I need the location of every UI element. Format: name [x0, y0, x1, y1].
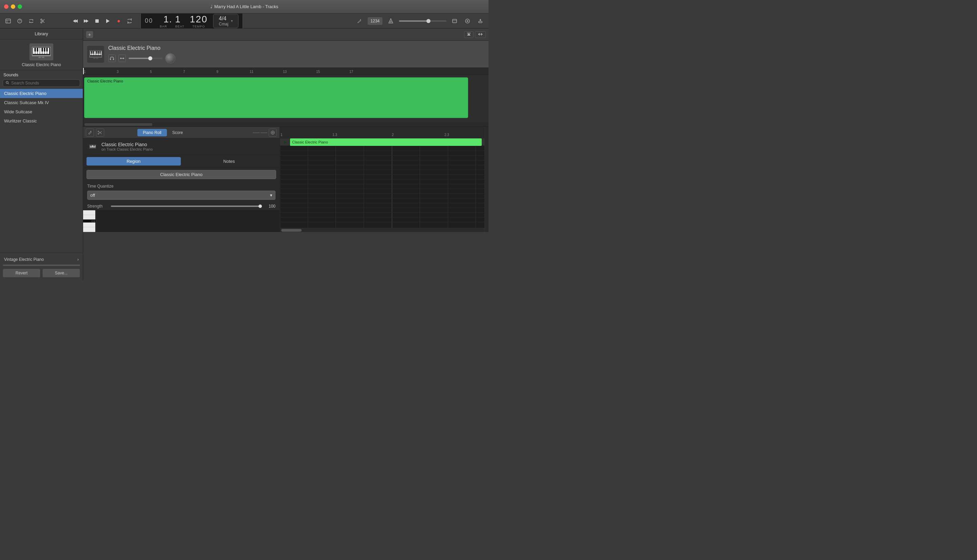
minimize-button[interactable]	[11, 4, 15, 9]
headphones-button[interactable]	[108, 55, 116, 62]
svg-rect-67	[100, 51, 101, 53]
region-tab[interactable]: Region	[87, 157, 181, 165]
sound-item-0[interactable]: Classic Electric Piano	[0, 89, 83, 98]
svg-rect-63	[91, 51, 92, 53]
sound-item-1[interactable]: Classic Suitcase Mk IV	[0, 98, 83, 107]
track-area: Classic Electric Piano	[83, 75, 488, 122]
notes-tab[interactable]: Notes	[182, 157, 277, 165]
bottom-track-subtitle: on Track Classic Electric Piano	[102, 147, 153, 151]
piano-roll-grid[interactable]	[280, 146, 484, 228]
rewind-button[interactable]	[70, 16, 80, 26]
library-button[interactable]	[3, 16, 13, 26]
timeline-scrollbar-thumb[interactable]	[85, 123, 152, 126]
metronome-button[interactable]	[386, 16, 395, 26]
library-header: Library	[0, 28, 83, 39]
cycle-loop-button[interactable]	[125, 16, 134, 26]
pr-ruler: 1 1.3 2 2.3 3 3.3	[280, 127, 484, 138]
svg-point-46	[42, 57, 45, 58]
sound-item-2[interactable]: Wide Suitcase	[0, 107, 83, 116]
time-display[interactable]: 00 1. 1 BAR BEAT 120 TEMPO 4/4 Cmaj ▾	[140, 12, 243, 30]
strength-thumb[interactable]	[258, 205, 262, 208]
strength-fill	[111, 205, 262, 207]
strength-slider[interactable]	[111, 205, 262, 207]
track-header: +	[83, 28, 488, 41]
bar-value: 00	[145, 17, 154, 24]
fader-thumb[interactable]	[148, 56, 152, 60]
scissors-tool-button[interactable]	[96, 128, 104, 137]
track-mode-buttons	[464, 31, 486, 38]
search-sounds-container[interactable]	[3, 79, 80, 87]
midi-button[interactable]	[118, 55, 126, 62]
track-mode-btn-1[interactable]	[464, 31, 473, 38]
instrument-volume-fader[interactable]	[128, 58, 162, 59]
master-volume-slider[interactable]	[399, 20, 447, 22]
timeline-scrollbar[interactable]	[83, 122, 488, 127]
svg-marker-16	[106, 19, 110, 23]
upload-button[interactable]	[475, 16, 485, 26]
stop-button[interactable]	[92, 16, 102, 26]
share-button[interactable]	[450, 16, 459, 26]
track-lanes: Classic Electric Piano	[83, 75, 488, 122]
pr-settings-button[interactable]	[268, 128, 277, 137]
piano-roll-left-panel: Piano Roll Score —— ——	[83, 127, 280, 232]
close-button[interactable]	[4, 4, 8, 9]
play-button[interactable]	[103, 16, 113, 26]
ruler-tick-11: 11	[250, 68, 253, 74]
piano-roll-tab[interactable]: Piano Roll	[137, 129, 167, 137]
svg-rect-64	[93, 51, 94, 53]
pr-scrollbar-thumb[interactable]	[281, 229, 302, 232]
svg-rect-44	[47, 48, 48, 52]
search-sounds-input[interactable]	[11, 81, 77, 85]
midi-region[interactable]: Classic Electric Piano	[84, 77, 468, 118]
share2-button[interactable]	[463, 16, 472, 26]
grid-v-6	[475, 146, 476, 228]
pr-horizontal-scrollbar[interactable]	[280, 228, 484, 232]
track-mode-btn-2[interactable]	[475, 31, 486, 38]
grid-h-2	[280, 160, 484, 160]
add-track-button[interactable]: +	[86, 31, 93, 38]
region-notes-tabs: Region Notes	[83, 155, 280, 168]
bar-label: BAR	[160, 25, 167, 28]
pr-tick-2-3: 2.3	[444, 133, 449, 137]
record-button[interactable]: ●	[114, 16, 123, 26]
pencil-tool-button[interactable]	[86, 128, 94, 137]
grid-v-3	[363, 146, 364, 228]
content-area: +	[83, 28, 488, 280]
quantize-select[interactable]: off ▾	[87, 191, 275, 200]
pr-vertical-scrollbar[interactable]	[484, 127, 488, 232]
svg-line-79	[99, 131, 102, 133]
cycle-button[interactable]	[27, 16, 36, 26]
track-editor: +	[83, 28, 488, 127]
svg-marker-30	[479, 19, 481, 20]
scissors-button[interactable]	[38, 16, 47, 26]
track-row: Classic Electric Piano	[83, 75, 488, 122]
grid-h-12	[280, 208, 484, 208]
volume-thumb[interactable]	[427, 19, 430, 23]
pr-region-bar[interactable]: Classic Electric Piano	[290, 138, 482, 146]
instrument-panel: Classic Electric Piano	[83, 41, 488, 68]
grid-h-5	[280, 174, 484, 175]
vintage-text: Vintage Electric Piano	[4, 257, 44, 262]
lcd-button[interactable]: 1234	[367, 17, 383, 25]
piano-roll-view-tabs: Piano Roll Score	[137, 129, 188, 137]
save-button[interactable]: Save...	[42, 268, 80, 277]
revert-button[interactable]: Revert	[3, 268, 40, 277]
search-icon	[6, 81, 9, 85]
vintage-label-row[interactable]: Vintage Electric Piano ›	[3, 256, 80, 265]
brush-button[interactable]	[355, 16, 364, 26]
score-tab[interactable]: Score	[167, 129, 188, 137]
piano-roll-preview-grid	[97, 210, 280, 232]
volume-knob[interactable]	[165, 53, 175, 63]
key-signature[interactable]: 4/4 Cmaj ▾	[213, 14, 238, 28]
svg-rect-93	[94, 145, 95, 147]
ruler-tick-5: 5	[150, 68, 152, 74]
library-sidebar: Library	[0, 28, 83, 280]
maximize-button[interactable]	[18, 4, 22, 9]
pr-region-play-button[interactable]: ▶	[283, 139, 288, 145]
help-button[interactable]: ?	[15, 16, 25, 26]
pr-region-name: Classic Electric Piano	[292, 140, 328, 144]
grid-h-1	[280, 155, 484, 156]
playback-controls: ●	[70, 16, 134, 26]
fast-forward-button[interactable]	[82, 16, 91, 26]
sound-item-3[interactable]: Wurlitzer Classic	[0, 116, 83, 125]
